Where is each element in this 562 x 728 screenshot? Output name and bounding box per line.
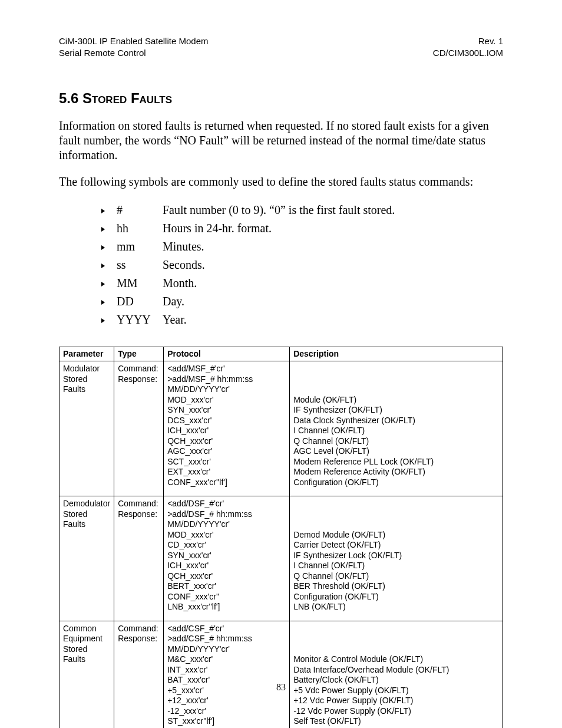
- blank-line: [293, 499, 499, 509]
- header-row-1: CiM-300L IP Enabled Satellite Modem Rev.…: [59, 35, 503, 47]
- header-left-2: Serial Remote Control: [59, 47, 146, 59]
- cell-parameter: Common Equipment Stored Faults: [59, 621, 114, 728]
- description-line: Q Channel (OK/FLT): [293, 436, 499, 447]
- protocol-line: DCS_xxx'cr': [167, 416, 286, 426]
- cell-description: Demod Module (OK/FLT)Carrier Detect (OK/…: [290, 496, 503, 621]
- triangle-bullet-icon: [100, 299, 117, 305]
- symbol-definition: Year.: [163, 311, 503, 329]
- protocol-line: SYN_xxx'cr': [167, 405, 286, 416]
- page-header: CiM-300L IP Enabled Satellite Modem Rev.…: [59, 35, 503, 60]
- section-title-text: Stored Faults: [82, 90, 172, 106]
- cell-type: Command:Response:: [114, 496, 164, 621]
- type-line: Response:: [118, 374, 160, 385]
- protocol-line: ICH_xxx'cr': [167, 561, 286, 571]
- protocol-line: MOD_xxx'cr': [167, 530, 286, 541]
- triangle-bullet-icon: [100, 208, 117, 214]
- page: CiM-300L IP Enabled Satellite Modem Rev.…: [0, 0, 562, 728]
- symbol-row: hhHours in 24-hr. format.: [100, 219, 503, 238]
- description-line: LNB (OK/FLT): [293, 602, 499, 612]
- symbol-row: MMMonth.: [100, 274, 503, 292]
- page-number: 83: [0, 682, 562, 693]
- section-number: 5.6: [59, 90, 78, 106]
- description-line: AGC Level (OK/FLT): [293, 446, 499, 457]
- cell-description: Module (OK/FLT)IF Synthesizer (OK/FLT)Da…: [290, 361, 503, 496]
- blank-line: [293, 374, 499, 385]
- table-header-row: Parameter Type Protocol Description: [59, 347, 503, 361]
- description-line: Q Channel (OK/FLT): [293, 571, 499, 582]
- cell-protocol: <add/DSF_#'cr'>add/DSF_# hh:mm:ssMM/DD/Y…: [164, 496, 290, 621]
- triangle-bullet-icon: [100, 281, 117, 287]
- description-line: Monitor & Control Module (OK/FLT): [293, 654, 499, 665]
- description-line: Self Test (OK/FLT): [293, 716, 499, 727]
- th-protocol: Protocol: [164, 347, 290, 361]
- symbol-definition-list: #Fault number (0 to 9). “0” is the first…: [100, 201, 503, 329]
- protocol-line: SYN_xxx'cr': [167, 551, 286, 561]
- th-description: Description: [290, 347, 503, 361]
- symbol-row: mmMinutes.: [100, 238, 503, 256]
- svg-marker-2: [101, 245, 105, 250]
- protocol-line: +12_xxx'cr': [167, 696, 286, 706]
- symbol-token: DD: [117, 292, 163, 311]
- protocol-line: EXT_xxx'cr': [167, 467, 286, 477]
- symbol-token: YYYY: [117, 311, 163, 329]
- header-left-1: CiM-300L IP Enabled Satellite Modem: [59, 35, 208, 47]
- protocol-line: MOD_xxx'cr': [167, 395, 286, 406]
- protocol-line: INT_xxx'cr': [167, 665, 286, 676]
- th-type: Type: [114, 347, 164, 361]
- protocol-line: SCT_xxx'cr': [167, 457, 286, 467]
- description-line: Modem Reference Activity (OK/FLT): [293, 467, 499, 477]
- type-line: Response:: [118, 634, 160, 644]
- protocol-line: CONF_xxx'cr'': [167, 592, 286, 602]
- symbol-row: DDDay.: [100, 292, 503, 311]
- description-line: Configuration (OK/FLT): [293, 477, 499, 488]
- protocol-line: >add/DSF_# hh:mm:ss: [167, 509, 286, 520]
- intro-paragraph-2: The following symbols are commonly used …: [59, 174, 503, 189]
- symbol-row: #Fault number (0 to 9). “0” is the first…: [100, 201, 503, 219]
- svg-marker-3: [101, 263, 105, 268]
- symbol-token: mm: [117, 238, 163, 256]
- svg-marker-5: [101, 300, 105, 305]
- cell-parameter: Demodulator Stored Faults: [59, 496, 114, 621]
- symbol-token: hh: [117, 219, 163, 238]
- header-right-2: CD/CIM300L.IOM: [433, 47, 503, 59]
- cell-description: Monitor & Control Module (OK/FLT)Data In…: [290, 621, 503, 728]
- protocol-line: MM/DD/YYYY'cr': [167, 644, 286, 655]
- header-right-1: Rev. 1: [478, 35, 503, 47]
- symbol-definition: Hours in 24-hr. format.: [163, 219, 503, 238]
- svg-marker-0: [101, 209, 105, 213]
- description-line: +12 Vdc Power Supply (OK/FLT): [293, 696, 499, 706]
- blank-line: [293, 509, 499, 520]
- table-row: Modulator Stored FaultsCommand:Response:…: [59, 361, 503, 496]
- blank-line: [293, 634, 499, 644]
- description-line: IF Synthesizer (OK/FLT): [293, 405, 499, 416]
- blank-line: [293, 624, 499, 634]
- svg-marker-4: [101, 282, 105, 286]
- protocol-line: ICH_xxx'cr': [167, 426, 286, 436]
- table-row: Demodulator Stored FaultsCommand:Respons…: [59, 496, 503, 621]
- protocol-line: >add/MSF_# hh:mm:ss: [167, 374, 286, 385]
- description-line: Module (OK/FLT): [293, 395, 499, 406]
- description-line: I Channel (OK/FLT): [293, 561, 499, 571]
- type-line: Command:: [118, 499, 160, 509]
- symbol-row: ssSeconds.: [100, 256, 503, 274]
- triangle-bullet-icon: [100, 318, 117, 324]
- description-line: -12 Vdc Power Supply (OK/FLT): [293, 706, 499, 717]
- protocol-line: >add/CSF_# hh:mm:ss: [167, 634, 286, 644]
- description-line: BER Threshold (OK/FLT): [293, 581, 499, 592]
- blank-line: [293, 519, 499, 530]
- protocol-line: <add/MSF_#'cr': [167, 364, 286, 374]
- protocol-line: ST_xxx'cr''lf']: [167, 716, 286, 727]
- table-row: Common Equipment Stored FaultsCommand:Re…: [59, 621, 503, 728]
- blank-line: [293, 364, 499, 374]
- cell-protocol: <add/CSF_#'cr'>add/CSF_# hh:mm:ssMM/DD/Y…: [164, 621, 290, 728]
- intro-paragraph-1: Information on stored faults is returned…: [59, 118, 503, 163]
- triangle-bullet-icon: [100, 245, 117, 251]
- description-line: Demod Module (OK/FLT): [293, 530, 499, 541]
- triangle-bullet-icon: [100, 226, 117, 232]
- description-line: Data Interface/Overhead Module (OK/FLT): [293, 665, 499, 676]
- cell-parameter: Modulator Stored Faults: [59, 361, 114, 496]
- cell-protocol: <add/MSF_#'cr'>add/MSF_# hh:mm:ssMM/DD/Y…: [164, 361, 290, 496]
- header-row-2: Serial Remote Control CD/CIM300L.IOM: [59, 47, 503, 59]
- symbol-row: YYYYYear.: [100, 311, 503, 329]
- blank-line: [293, 384, 499, 395]
